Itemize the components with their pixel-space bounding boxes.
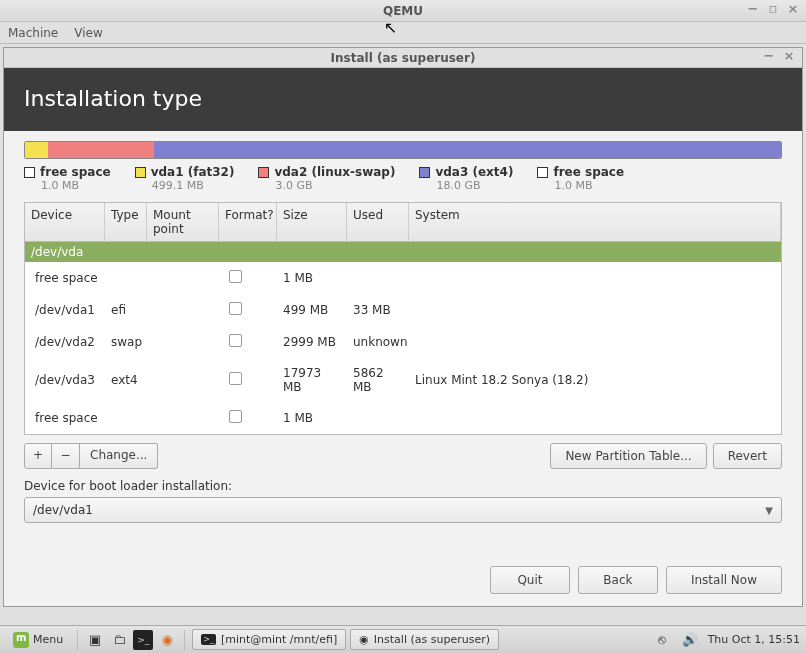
install-window: Install (as superuser) − × Installation … [3, 47, 803, 607]
legend-vda3: vda3 (ext4) 18.0 GB [419, 165, 513, 192]
terminal-icon: >_ [201, 634, 216, 645]
swatch-icon [537, 167, 548, 178]
page-title: Installation type [4, 68, 802, 131]
boot-loader-value: /dev/vda1 [33, 503, 93, 517]
swatch-icon [419, 167, 430, 178]
swatch-icon [24, 167, 35, 178]
network-icon[interactable]: ⎋ [652, 630, 672, 650]
boot-loader-select[interactable]: /dev/vda1 ▼ [24, 497, 782, 523]
table-row[interactable]: /dev/vda2 swap 2999 MB unknown [25, 326, 781, 358]
bar-seg-fat32 [25, 142, 48, 158]
partition-legend: free space 1.0 MB vda1 (fat32) 499.1 MB … [24, 165, 782, 192]
change-partition-button[interactable]: Change... [80, 443, 158, 469]
partition-bar [24, 141, 782, 159]
table-row[interactable]: /dev/vda1 efi 499 MB 33 MB [25, 294, 781, 326]
table-group-header[interactable]: /dev/vda [25, 242, 781, 262]
table-row[interactable]: /dev/vda3 ext4 17973 MB 5862 MB Linux Mi… [25, 358, 781, 402]
legend-vda1: vda1 (fat32) 499.1 MB [135, 165, 235, 192]
install-now-button[interactable]: Install Now [666, 566, 782, 594]
bar-seg-swap [48, 142, 154, 158]
remove-partition-button[interactable]: − [52, 443, 80, 469]
mint-logo-icon [13, 632, 29, 648]
legend-vda2: vda2 (linux-swap) 3.0 GB [258, 165, 395, 192]
menu-view[interactable]: View [74, 26, 102, 40]
maximize-icon[interactable]: ▫ [764, 2, 782, 18]
legend-free: free space 1.0 MB [24, 165, 111, 192]
table-body: free space 1 MB /dev/vda1 efi 499 MB [25, 262, 781, 434]
swatch-icon [258, 167, 269, 178]
qemu-title: QEMU [383, 4, 423, 18]
terminal-launcher-icon[interactable]: >_ [133, 630, 153, 650]
disc-icon: ◉ [359, 633, 369, 646]
qemu-menubar: Machine View [0, 22, 806, 44]
format-checkbox[interactable] [229, 302, 242, 315]
install-close-icon[interactable]: × [780, 49, 798, 65]
th-type[interactable]: Type [105, 203, 147, 241]
quit-button[interactable]: Quit [490, 566, 570, 594]
boot-loader-label: Device for boot loader installation: [24, 479, 782, 493]
separator [184, 630, 185, 650]
swatch-icon [135, 167, 146, 178]
add-partition-button[interactable]: + [24, 443, 52, 469]
format-checkbox[interactable] [229, 410, 242, 423]
show-desktop-icon[interactable]: ▣ [85, 630, 105, 650]
taskbar-task-terminal[interactable]: >_ [mint@mint /mnt/efi] [192, 629, 346, 650]
th-system[interactable]: System [409, 203, 781, 241]
th-device[interactable]: Device [25, 203, 105, 241]
taskbar-task-installer[interactable]: ◉ Install (as superuser) [350, 629, 499, 650]
th-size[interactable]: Size [277, 203, 347, 241]
th-mount[interactable]: Mount point [147, 203, 219, 241]
menu-machine[interactable]: Machine [8, 26, 58, 40]
legend-free2: free space 1.0 MB [537, 165, 624, 192]
revert-button[interactable]: Revert [713, 443, 782, 469]
back-button[interactable]: Back [578, 566, 658, 594]
close-icon[interactable]: × [784, 2, 802, 18]
install-minimize-icon[interactable]: − [760, 49, 778, 65]
menu-button[interactable]: Menu [6, 629, 70, 651]
table-header: Device Type Mount point Format? Size Use… [25, 203, 781, 242]
table-row[interactable]: free space 1 MB [25, 402, 781, 434]
install-title: Install (as superuser) [331, 51, 476, 65]
separator [77, 630, 78, 650]
th-format[interactable]: Format? [219, 203, 277, 241]
qemu-titlebar: QEMU − ▫ × [0, 0, 806, 22]
bar-seg-ext4 [154, 142, 781, 158]
minimize-icon[interactable]: − [744, 2, 762, 18]
table-row[interactable]: free space 1 MB [25, 262, 781, 294]
taskbar: Menu ▣ 🗀 >_ ◉ >_ [mint@mint /mnt/efi] ◉ … [0, 625, 806, 653]
firefox-icon[interactable]: ◉ [157, 630, 177, 650]
format-checkbox[interactable] [229, 270, 242, 283]
file-manager-icon[interactable]: 🗀 [109, 630, 129, 650]
format-checkbox[interactable] [229, 334, 242, 347]
volume-icon[interactable]: 🔊 [680, 630, 700, 650]
new-partition-table-button[interactable]: New Partition Table... [550, 443, 706, 469]
dropdown-arrow-icon: ▼ [765, 505, 773, 516]
partition-table: Device Type Mount point Format? Size Use… [24, 202, 782, 435]
format-checkbox[interactable] [229, 372, 242, 385]
install-titlebar: Install (as superuser) − × [4, 48, 802, 68]
th-used[interactable]: Used [347, 203, 409, 241]
clock[interactable]: Thu Oct 1, 15:51 [708, 633, 800, 646]
